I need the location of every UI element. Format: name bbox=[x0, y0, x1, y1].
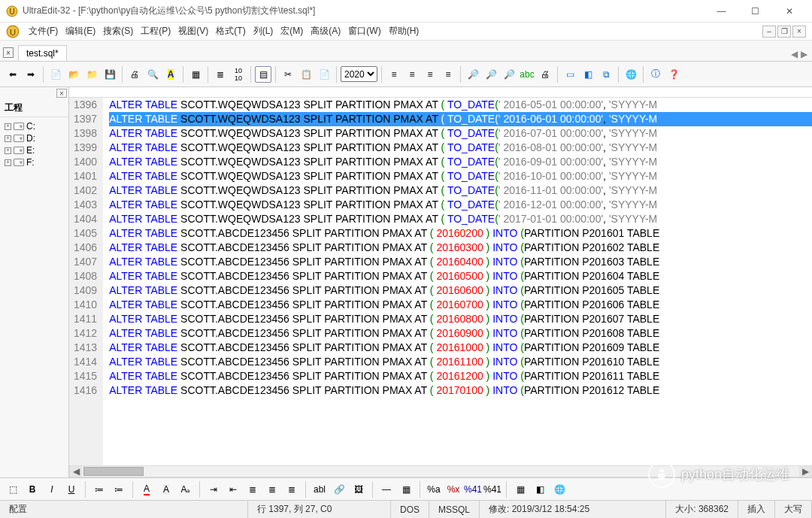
align-btn-button[interactable]: ≣ bbox=[264, 481, 280, 498]
tile-v-button[interactable]: ◧ bbox=[580, 66, 596, 83]
link-button[interactable]: 🔗 bbox=[331, 481, 347, 498]
close-button[interactable]: ✕ bbox=[772, 1, 806, 22]
cut-button[interactable]: ✂ bbox=[280, 66, 296, 83]
list-ul-button[interactable]: ≔ bbox=[91, 481, 108, 498]
percent-41-alt-button[interactable]: %41 bbox=[484, 481, 501, 498]
expand-icon[interactable]: + bbox=[5, 147, 11, 154]
code-line[interactable]: ALTER TABLE SCOTT.WQEQWDSA123 SPLIT PART… bbox=[109, 98, 812, 112]
print-button[interactable]: 🖨 bbox=[126, 66, 143, 83]
style-button[interactable]: Aₐ bbox=[177, 481, 194, 498]
drive-item[interactable]: +C: bbox=[2, 120, 67, 132]
table-button[interactable]: ▦ bbox=[398, 481, 414, 498]
code-line[interactable]: ALTER TABLE SCOTT.ABCDE123456 SPLIT PART… bbox=[109, 283, 812, 298]
menu-project[interactable]: 工程(P) bbox=[138, 23, 174, 39]
maximize-button[interactable]: ☐ bbox=[738, 1, 772, 22]
horizontal-scrollbar[interactable]: ◀ ▶ bbox=[69, 465, 812, 477]
code-line[interactable]: ALTER TABLE SCOTT.WQEQWDSA123 SPLIT PART… bbox=[109, 183, 812, 198]
mdi-restore-button[interactable]: ❐ bbox=[777, 26, 791, 38]
close-file-button[interactable]: 📁 bbox=[83, 66, 100, 83]
list-ol-button[interactable]: ≔ bbox=[111, 481, 127, 498]
status-insert[interactable]: 插入 bbox=[738, 501, 775, 518]
file-tab[interactable]: test.sql* bbox=[18, 45, 67, 61]
italic-button[interactable]: I bbox=[44, 481, 60, 498]
font-color-button[interactable]: A bbox=[138, 481, 155, 498]
back-button[interactable]: ⬅ bbox=[5, 66, 21, 83]
new-button[interactable]: 📄 bbox=[47, 66, 64, 83]
globe2-button[interactable]: 🌐 bbox=[551, 481, 568, 498]
replace-button[interactable]: 🔎 bbox=[501, 66, 517, 83]
drive-item[interactable]: +D: bbox=[2, 132, 67, 144]
print-selection-button[interactable]: 🖨 bbox=[537, 66, 553, 83]
percent-41-button[interactable]: %41 bbox=[465, 481, 481, 498]
code-line[interactable]: ALTER TABLE SCOTT.WQEQWDSA123 SPLIT PART… bbox=[109, 155, 812, 169]
menu-window[interactable]: 窗口(W) bbox=[345, 23, 383, 39]
code-line[interactable]: ALTER TABLE SCOTT.ABCDE123456 SPLIT PART… bbox=[109, 298, 812, 312]
align-right-button[interactable]: ≡ bbox=[422, 66, 438, 83]
align-btn-button[interactable]: ≣ bbox=[283, 481, 300, 498]
drive-item[interactable]: +F: bbox=[2, 156, 67, 168]
bg-color-button[interactable]: A bbox=[158, 481, 174, 498]
status-syntax[interactable]: MSSQL bbox=[429, 501, 480, 518]
find-next-button[interactable]: 🔎 bbox=[483, 66, 499, 83]
code-line[interactable]: ALTER TABLE SCOTT.WQEQWDSA123 SPLIT PART… bbox=[109, 169, 812, 183]
status-lineend[interactable]: DOS bbox=[391, 501, 429, 518]
mdi-close-button[interactable]: × bbox=[792, 26, 806, 38]
tab-scroll-right-icon[interactable]: ▶ bbox=[801, 49, 807, 59]
expand-icon[interactable]: + bbox=[5, 123, 11, 130]
menu-column[interactable]: 列(L) bbox=[250, 23, 277, 39]
code-line[interactable]: ALTER TABLE SCOTT.WQEQWDSA123 SPLIT PART… bbox=[109, 212, 812, 226]
code-line[interactable]: ALTER TABLE SCOTT.ABCDE123456 SPLIT PART… bbox=[109, 241, 812, 255]
hr-button[interactable]: — bbox=[378, 481, 395, 498]
scroll-left-icon[interactable]: ◀ bbox=[70, 466, 82, 477]
drive-tree[interactable]: +C:+D:+E:+F: bbox=[0, 117, 68, 477]
tab-scroll-left-icon[interactable]: ◀ bbox=[791, 49, 798, 59]
percent-x-button[interactable]: %x bbox=[445, 481, 462, 498]
code-line[interactable]: ALTER TABLE SCOTT.ABCDE123456 SPLIT PART… bbox=[109, 255, 812, 269]
paste-button[interactable]: 📄 bbox=[316, 66, 332, 83]
open-button[interactable]: 📂 bbox=[65, 66, 82, 83]
sidebar-close-button[interactable]: × bbox=[56, 89, 67, 98]
settings-button[interactable]: ◧ bbox=[532, 481, 548, 498]
scroll-thumb[interactable] bbox=[83, 467, 144, 476]
hex-button[interactable]: 1010 bbox=[230, 66, 247, 83]
code-line[interactable]: ALTER TABLE SCOTT.ABCDE123456 SPLIT PART… bbox=[109, 226, 812, 241]
preview-button[interactable]: 🔍 bbox=[144, 66, 161, 83]
code-line[interactable]: ALTER TABLE SCOTT.WQEQWDSA123 SPLIT PART… bbox=[109, 112, 812, 126]
find-files-button[interactable]: abc bbox=[519, 66, 535, 83]
menu-edit[interactable]: 编辑(E) bbox=[62, 23, 98, 39]
forward-button[interactable]: ➡ bbox=[23, 66, 39, 83]
indent-button[interactable]: ⇥ bbox=[205, 481, 222, 498]
menu-macro[interactable]: 宏(M) bbox=[277, 23, 306, 39]
highlight-button[interactable]: A bbox=[162, 66, 179, 83]
menu-search[interactable]: 搜索(S) bbox=[100, 23, 136, 39]
underline-button[interactable]: U bbox=[63, 481, 80, 498]
tile-h-button[interactable]: ▭ bbox=[562, 66, 578, 83]
mdi-minimize-button[interactable]: – bbox=[762, 26, 776, 38]
code-line[interactable]: ALTER TABLE SCOTT.ABCDE123456 SPLIT PART… bbox=[109, 355, 812, 369]
code-line[interactable]: ALTER TABLE SCOTT.WQEQWDSA123 SPLIT PART… bbox=[109, 198, 812, 212]
color-swatch-button[interactable]: ▦ bbox=[512, 481, 529, 498]
info-button[interactable]: ⓘ bbox=[647, 66, 664, 83]
drive-item[interactable]: +E: bbox=[2, 144, 67, 156]
find-button[interactable]: 🔎 bbox=[465, 66, 481, 83]
menu-view[interactable]: 视图(V) bbox=[175, 23, 211, 39]
menu-advanced[interactable]: 高级(A) bbox=[308, 23, 344, 39]
minimize-button[interactable]: — bbox=[704, 1, 738, 22]
menu-help[interactable]: 帮助(H) bbox=[386, 23, 423, 39]
code-line[interactable]: ALTER TABLE SCOTT.WQEQWDSA123 SPLIT PART… bbox=[109, 141, 812, 155]
cascade-button[interactable]: ⧉ bbox=[598, 66, 614, 83]
code-line[interactable]: ALTER TABLE SCOTT.WQEQWDSA123 SPLIT PART… bbox=[109, 126, 812, 141]
code-line[interactable]: ALTER TABLE SCOTT.ABCDE123456 SPLIT PART… bbox=[109, 369, 812, 383]
status-config[interactable]: 配置 bbox=[0, 501, 248, 518]
align-btn-button[interactable]: ≣ bbox=[244, 481, 261, 498]
code-line[interactable]: ALTER TABLE SCOTT.ABCDE123456 SPLIT PART… bbox=[109, 312, 812, 326]
close-all-button[interactable]: × bbox=[3, 47, 14, 58]
expand-icon[interactable]: + bbox=[5, 159, 11, 166]
code-line[interactable]: ALTER TABLE SCOTT.ABCDE123456 SPLIT PART… bbox=[109, 326, 812, 341]
web-button[interactable]: 🌐 bbox=[623, 66, 639, 83]
save-button[interactable]: 💾 bbox=[102, 66, 118, 83]
align-justify-button[interactable]: ≡ bbox=[440, 66, 456, 83]
macro-button[interactable]: ▦ bbox=[187, 66, 204, 83]
toggle-bookmark-button[interactable]: ≣ bbox=[212, 66, 229, 83]
help-button[interactable]: ❓ bbox=[665, 66, 682, 83]
